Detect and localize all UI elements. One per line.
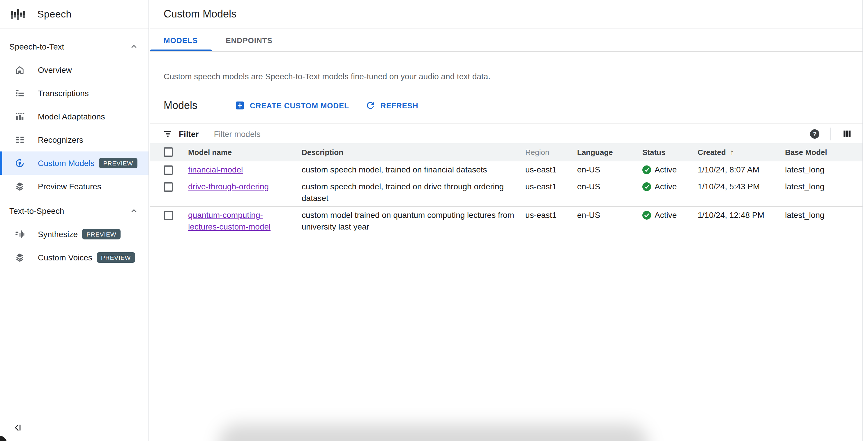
sidebar-item-label: Recognizers [38, 135, 83, 145]
sidebar-item-custom-models[interactable]: Custom Models PREVIEW [0, 151, 149, 175]
add-box-icon [235, 100, 245, 111]
bottom-corner-artifact [0, 436, 7, 441]
tab-label: ENDPOINTS [226, 36, 273, 45]
model-region: us-east1 [525, 178, 577, 206]
bottom-shadow [218, 424, 648, 441]
column-label: Base Model [785, 148, 827, 156]
sidebar-item-label: Model Adaptations [38, 112, 105, 121]
model-base-model: latest_long [785, 207, 863, 235]
model-created: 1/10/24, 5:43 PM [698, 178, 785, 206]
create-custom-model-button[interactable]: CREATE CUSTOM MODEL [235, 100, 349, 111]
filter-input[interactable] [214, 129, 810, 138]
model-status: Active [642, 207, 698, 235]
status-active-icon [642, 165, 651, 174]
model-name-link[interactable]: quantum-computing-lectures-custom-model [188, 210, 271, 231]
model-description: custom speech model, trained on drive th… [302, 178, 525, 206]
chevron-up-icon [130, 42, 138, 51]
status-active-icon [642, 211, 651, 219]
model-created: 1/10/24, 12:48 PM [698, 207, 785, 235]
status-label: Active [655, 164, 677, 175]
synthesize-waveform-icon [14, 229, 25, 239]
home-icon [14, 65, 25, 75]
refresh-icon [365, 100, 376, 111]
section-label: Text-to-Speech [9, 206, 64, 215]
sidebar-item-model-adaptations[interactable]: Model Adaptations [0, 105, 149, 128]
model-region: us-east1 [525, 207, 577, 235]
toolbar-divider [831, 127, 831, 140]
model-name-link[interactable]: financial-model [188, 165, 243, 174]
preview-badge: PREVIEW [97, 252, 135, 262]
model-status: Active [642, 178, 698, 206]
model-region: us-east1 [525, 161, 577, 178]
collapse-sidebar-icon[interactable] [13, 422, 23, 433]
sidebar-item-custom-voices[interactable]: Custom Voices PREVIEW [0, 246, 149, 269]
model-base-model: latest_long [785, 161, 863, 178]
column-header-base-model[interactable]: Base Model [785, 148, 863, 156]
scrollbar-gutter-divider [863, 0, 863, 441]
row-checkbox[interactable] [164, 211, 173, 220]
column-label: Region [525, 148, 549, 156]
column-label: Model name [188, 148, 232, 156]
column-header-region[interactable]: Region [525, 148, 577, 156]
column-header-status[interactable]: Status [642, 148, 698, 156]
section-label: Speech-to-Text [9, 42, 64, 51]
sidebar: Speech Speech-to-Text Overview Transcrip… [0, 0, 149, 441]
page-title: Custom Models [164, 8, 237, 20]
model-name-link[interactable]: drive-through-ordering [188, 182, 269, 191]
sidebar-item-transcriptions[interactable]: Transcriptions [0, 82, 149, 105]
status-active-icon [642, 182, 651, 191]
sidebar-item-overview[interactable]: Overview [0, 58, 149, 82]
tab-bar: MODELS ENDPOINTS [150, 30, 863, 52]
column-label: Description [302, 148, 343, 156]
main-content: Custom Models MODELS ENDPOINTS Custom sp… [150, 0, 863, 441]
column-display-icon[interactable] [842, 129, 852, 139]
bar-chart-icon [14, 111, 25, 122]
speech-logo-icon [10, 6, 26, 23]
models-table: Model name Description Region Language S… [150, 143, 863, 235]
column-header-model-name[interactable]: Model name [188, 148, 302, 156]
sort-ascending-icon: ↑ [730, 147, 734, 157]
column-header-language[interactable]: Language [577, 148, 642, 156]
tab-endpoints[interactable]: ENDPOINTS [212, 30, 286, 51]
refresh-button[interactable]: REFRESH [365, 100, 418, 111]
tab-models[interactable]: MODELS [150, 30, 212, 51]
sidebar-item-label: Transcriptions [38, 89, 89, 98]
row-checkbox[interactable] [164, 166, 173, 175]
tab-label: MODELS [164, 36, 198, 45]
section-title: Models [164, 99, 197, 112]
transcriptions-icon [14, 88, 25, 98]
column-label: Status [642, 148, 665, 156]
model-description: custom speech model, trained on financia… [302, 161, 525, 178]
column-label: Language [577, 148, 613, 156]
filter-icon [162, 128, 173, 139]
row-checkbox[interactable] [164, 182, 173, 192]
column-header-created[interactable]: Created ↑ [698, 147, 785, 157]
sidebar-item-label: Overview [38, 65, 72, 75]
sidebar-item-synthesize[interactable]: Synthesize PREVIEW [0, 223, 149, 246]
select-all-checkbox[interactable] [164, 147, 173, 157]
preview-badge: PREVIEW [99, 158, 137, 168]
refresh-button-label: REFRESH [380, 101, 418, 110]
model-base-model: latest_long [785, 178, 863, 206]
page-header: Custom Models [150, 0, 863, 29]
app-title: Speech [37, 8, 72, 20]
sidebar-item-preview-features[interactable]: Preview Features [0, 175, 149, 198]
page-description: Custom speech models are Speech-to-Text … [164, 70, 839, 82]
sidebar-item-label: Synthesize [38, 230, 78, 239]
layers-icon [14, 181, 25, 192]
sidebar-item-label: Custom Models [38, 158, 95, 168]
model-description: custom model trained on quantum computin… [302, 207, 525, 235]
custom-models-icon [14, 158, 25, 168]
preview-badge: PREVIEW [83, 229, 120, 239]
help-icon[interactable]: ? [810, 129, 819, 138]
sidebar-item-label: Custom Voices [38, 253, 92, 262]
section-header-speech-to-text[interactable]: Speech-to-Text [0, 35, 149, 58]
app-header: Speech [0, 0, 149, 29]
column-header-description[interactable]: Description [302, 148, 525, 156]
section-header-text-to-speech[interactable]: Text-to-Speech [0, 199, 149, 223]
models-toolbar: Models CREATE CUSTOM MODEL REFRESH [164, 94, 848, 117]
status-label: Active [655, 209, 677, 221]
table-row: financial-model custom speech model, tra… [150, 161, 863, 178]
sidebar-item-recognizers[interactable]: Recognizers [0, 128, 149, 151]
filter-bar: Filter ? [150, 123, 863, 143]
